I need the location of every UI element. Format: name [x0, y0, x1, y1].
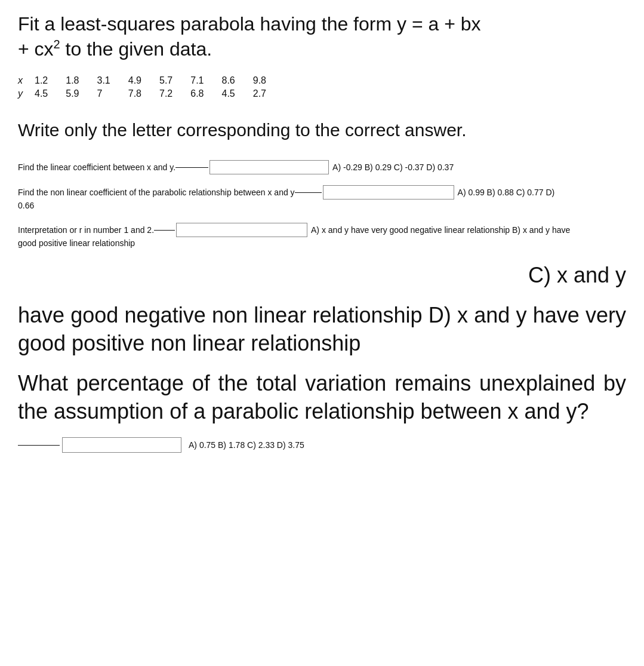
- x-val-4: 4.9: [128, 74, 159, 87]
- q4-input[interactable]: [62, 437, 181, 453]
- x-val-8: 9.8: [253, 74, 284, 87]
- y-val-7: 4.5: [222, 87, 253, 100]
- q3-choices-part1: A) x and y have very good negative linea…: [311, 224, 570, 237]
- x-val-7: 8.6: [222, 74, 253, 87]
- question-2: Find the non linear coefficient of the p…: [18, 185, 626, 212]
- c-option-text: C) x and y: [18, 262, 626, 290]
- title-line1: Fit a least-squares parabola having the …: [18, 13, 481, 35]
- table-row-y: y 4.5 5.9 7 7.8 7.2 6.8 4.5 2.7: [18, 87, 284, 100]
- q2-choices-part1: A) 0.99 B) 0.88 C) 0.77 D): [458, 186, 555, 199]
- page-container: Fit a least-squares parabola having the …: [18, 12, 626, 453]
- question-1: Find the linear coefficient between x an…: [18, 160, 626, 174]
- instruction-text: Write only the letter corresponding to t…: [18, 118, 626, 143]
- q2-choices-part2: 0.66: [18, 201, 34, 210]
- q1-input[interactable]: [209, 160, 329, 174]
- q2-input[interactable]: [323, 185, 454, 200]
- q1-text: Find the linear coefficient between x an…: [18, 161, 175, 174]
- x-val-5: 5.7: [159, 74, 190, 87]
- q3-input[interactable]: [176, 223, 307, 237]
- y-val-8: 2.7: [253, 87, 284, 100]
- table-row-x: x 1.2 1.8 3.1 4.9 5.7 7.1 8.6 9.8: [18, 74, 284, 87]
- x-label: x: [18, 74, 35, 87]
- q2-blank: [295, 192, 322, 193]
- percentage-question-text: What percentage of the total variation r…: [18, 370, 626, 426]
- q4-choices: A) 0.75 B) 1.78 C) 2.33 D) 3.75: [189, 440, 304, 450]
- y-val-1: 4.5: [35, 87, 66, 100]
- data-table: x 1.2 1.8 3.1 4.9 5.7 7.1 8.6 9.8 y 4.5 …: [18, 74, 284, 100]
- y-label: y: [18, 87, 35, 100]
- title-line2: + cx2 to the given data.: [18, 38, 212, 60]
- q1-choices: A) -0.29 B) 0.29 C) -0.37 D) 0.37: [332, 161, 454, 174]
- y-val-2: 5.9: [66, 87, 97, 100]
- y-val-6: 6.8: [190, 87, 221, 100]
- y-val-3: 7: [97, 87, 128, 100]
- y-val-5: 7.2: [159, 87, 190, 100]
- x-val-3: 3.1: [97, 74, 128, 87]
- question-4: A) 0.75 B) 1.78 C) 2.33 D) 3.75: [18, 437, 626, 453]
- q3-text: Interpretation or r in number 1 and 2.: [18, 224, 154, 237]
- main-title: Fit a least-squares parabola having the …: [18, 12, 626, 62]
- large-continuation-text: have good negative non linear relationsh…: [18, 302, 626, 358]
- x-val-6: 7.1: [190, 74, 221, 87]
- q1-blank: [175, 167, 208, 168]
- y-val-4: 7.8: [128, 87, 159, 100]
- q4-blank: [18, 445, 60, 446]
- q3-blank: [154, 230, 175, 231]
- q3-choices-part2: good positive linear relationship: [18, 238, 135, 248]
- x-val-1: 1.2: [35, 74, 66, 87]
- question-3: Interpretation or r in number 1 and 2. A…: [18, 223, 626, 250]
- x-val-2: 1.8: [66, 74, 97, 87]
- q2-text: Find the non linear coefficient of the p…: [18, 186, 295, 199]
